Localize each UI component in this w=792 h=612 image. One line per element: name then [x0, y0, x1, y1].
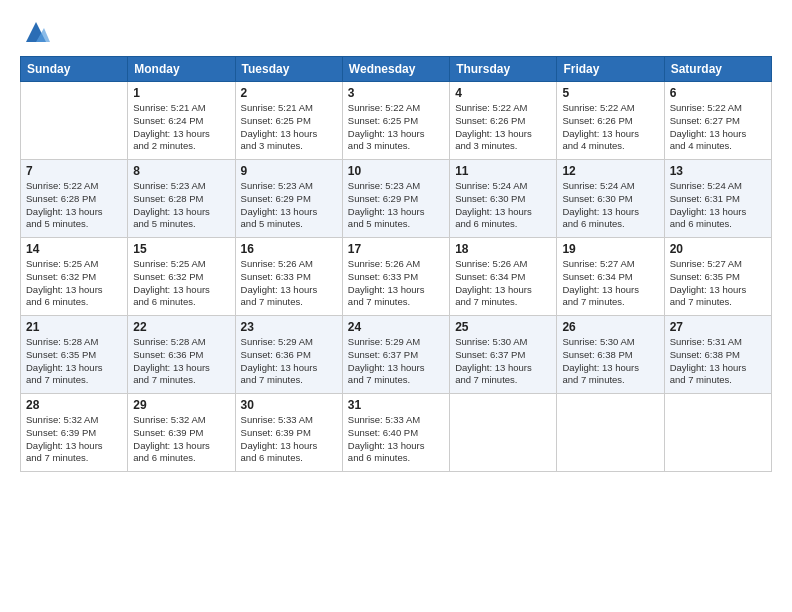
calendar-cell: 30Sunrise: 5:33 AM Sunset: 6:39 PM Dayli…: [235, 394, 342, 472]
calendar-cell: 9Sunrise: 5:23 AM Sunset: 6:29 PM Daylig…: [235, 160, 342, 238]
week-row-2: 7Sunrise: 5:22 AM Sunset: 6:28 PM Daylig…: [21, 160, 772, 238]
calendar-cell: 4Sunrise: 5:22 AM Sunset: 6:26 PM Daylig…: [450, 82, 557, 160]
calendar-cell: 3Sunrise: 5:22 AM Sunset: 6:25 PM Daylig…: [342, 82, 449, 160]
calendar-cell: 31Sunrise: 5:33 AM Sunset: 6:40 PM Dayli…: [342, 394, 449, 472]
cell-day-number: 30: [241, 398, 337, 412]
week-row-3: 14Sunrise: 5:25 AM Sunset: 6:32 PM Dayli…: [21, 238, 772, 316]
cell-info: Sunrise: 5:29 AM Sunset: 6:36 PM Dayligh…: [241, 336, 337, 387]
calendar-cell: 14Sunrise: 5:25 AM Sunset: 6:32 PM Dayli…: [21, 238, 128, 316]
cell-day-number: 11: [455, 164, 551, 178]
cell-day-number: 20: [670, 242, 766, 256]
day-header-wednesday: Wednesday: [342, 57, 449, 82]
calendar-cell: [557, 394, 664, 472]
week-row-5: 28Sunrise: 5:32 AM Sunset: 6:39 PM Dayli…: [21, 394, 772, 472]
cell-info: Sunrise: 5:23 AM Sunset: 6:29 PM Dayligh…: [241, 180, 337, 231]
cell-info: Sunrise: 5:30 AM Sunset: 6:38 PM Dayligh…: [562, 336, 658, 387]
cell-day-number: 10: [348, 164, 444, 178]
calendar-cell: 11Sunrise: 5:24 AM Sunset: 6:30 PM Dayli…: [450, 160, 557, 238]
calendar-cell: 16Sunrise: 5:26 AM Sunset: 6:33 PM Dayli…: [235, 238, 342, 316]
calendar-table: SundayMondayTuesdayWednesdayThursdayFrid…: [20, 56, 772, 472]
cell-day-number: 15: [133, 242, 229, 256]
day-header-sunday: Sunday: [21, 57, 128, 82]
calendar-cell: 29Sunrise: 5:32 AM Sunset: 6:39 PM Dayli…: [128, 394, 235, 472]
cell-info: Sunrise: 5:24 AM Sunset: 6:31 PM Dayligh…: [670, 180, 766, 231]
cell-info: Sunrise: 5:33 AM Sunset: 6:39 PM Dayligh…: [241, 414, 337, 465]
cell-info: Sunrise: 5:28 AM Sunset: 6:36 PM Dayligh…: [133, 336, 229, 387]
cell-day-number: 17: [348, 242, 444, 256]
cell-day-number: 25: [455, 320, 551, 334]
cell-info: Sunrise: 5:26 AM Sunset: 6:33 PM Dayligh…: [241, 258, 337, 309]
cell-info: Sunrise: 5:31 AM Sunset: 6:38 PM Dayligh…: [670, 336, 766, 387]
calendar-cell: [664, 394, 771, 472]
cell-day-number: 22: [133, 320, 229, 334]
cell-info: Sunrise: 5:21 AM Sunset: 6:25 PM Dayligh…: [241, 102, 337, 153]
calendar-cell: 8Sunrise: 5:23 AM Sunset: 6:28 PM Daylig…: [128, 160, 235, 238]
calendar-cell: 23Sunrise: 5:29 AM Sunset: 6:36 PM Dayli…: [235, 316, 342, 394]
calendar-cell: 12Sunrise: 5:24 AM Sunset: 6:30 PM Dayli…: [557, 160, 664, 238]
calendar-cell: 17Sunrise: 5:26 AM Sunset: 6:33 PM Dayli…: [342, 238, 449, 316]
cell-day-number: 4: [455, 86, 551, 100]
logo-icon: [22, 18, 50, 46]
cell-day-number: 16: [241, 242, 337, 256]
cell-info: Sunrise: 5:22 AM Sunset: 6:28 PM Dayligh…: [26, 180, 122, 231]
calendar-cell: 28Sunrise: 5:32 AM Sunset: 6:39 PM Dayli…: [21, 394, 128, 472]
calendar-cell: [450, 394, 557, 472]
cell-info: Sunrise: 5:28 AM Sunset: 6:35 PM Dayligh…: [26, 336, 122, 387]
day-header-saturday: Saturday: [664, 57, 771, 82]
cell-info: Sunrise: 5:32 AM Sunset: 6:39 PM Dayligh…: [133, 414, 229, 465]
cell-day-number: 28: [26, 398, 122, 412]
calendar-cell: 15Sunrise: 5:25 AM Sunset: 6:32 PM Dayli…: [128, 238, 235, 316]
cell-info: Sunrise: 5:25 AM Sunset: 6:32 PM Dayligh…: [133, 258, 229, 309]
cell-info: Sunrise: 5:22 AM Sunset: 6:26 PM Dayligh…: [455, 102, 551, 153]
cell-info: Sunrise: 5:23 AM Sunset: 6:28 PM Dayligh…: [133, 180, 229, 231]
cell-info: Sunrise: 5:24 AM Sunset: 6:30 PM Dayligh…: [562, 180, 658, 231]
week-row-1: 1Sunrise: 5:21 AM Sunset: 6:24 PM Daylig…: [21, 82, 772, 160]
cell-day-number: 19: [562, 242, 658, 256]
calendar-cell: 20Sunrise: 5:27 AM Sunset: 6:35 PM Dayli…: [664, 238, 771, 316]
cell-info: Sunrise: 5:22 AM Sunset: 6:27 PM Dayligh…: [670, 102, 766, 153]
calendar-cell: 25Sunrise: 5:30 AM Sunset: 6:37 PM Dayli…: [450, 316, 557, 394]
cell-info: Sunrise: 5:21 AM Sunset: 6:24 PM Dayligh…: [133, 102, 229, 153]
cell-day-number: 6: [670, 86, 766, 100]
day-header-monday: Monday: [128, 57, 235, 82]
calendar-cell: 19Sunrise: 5:27 AM Sunset: 6:34 PM Dayli…: [557, 238, 664, 316]
calendar-cell: 2Sunrise: 5:21 AM Sunset: 6:25 PM Daylig…: [235, 82, 342, 160]
cell-info: Sunrise: 5:22 AM Sunset: 6:26 PM Dayligh…: [562, 102, 658, 153]
cell-info: Sunrise: 5:29 AM Sunset: 6:37 PM Dayligh…: [348, 336, 444, 387]
calendar-cell: 26Sunrise: 5:30 AM Sunset: 6:38 PM Dayli…: [557, 316, 664, 394]
calendar-cell: 21Sunrise: 5:28 AM Sunset: 6:35 PM Dayli…: [21, 316, 128, 394]
cell-day-number: 8: [133, 164, 229, 178]
cell-day-number: 3: [348, 86, 444, 100]
cell-info: Sunrise: 5:32 AM Sunset: 6:39 PM Dayligh…: [26, 414, 122, 465]
cell-day-number: 27: [670, 320, 766, 334]
cell-day-number: 18: [455, 242, 551, 256]
day-header-friday: Friday: [557, 57, 664, 82]
cell-info: Sunrise: 5:23 AM Sunset: 6:29 PM Dayligh…: [348, 180, 444, 231]
header-row: SundayMondayTuesdayWednesdayThursdayFrid…: [21, 57, 772, 82]
cell-info: Sunrise: 5:33 AM Sunset: 6:40 PM Dayligh…: [348, 414, 444, 465]
cell-day-number: 1: [133, 86, 229, 100]
week-row-4: 21Sunrise: 5:28 AM Sunset: 6:35 PM Dayli…: [21, 316, 772, 394]
calendar-cell: 1Sunrise: 5:21 AM Sunset: 6:24 PM Daylig…: [128, 82, 235, 160]
cell-day-number: 31: [348, 398, 444, 412]
logo: [20, 18, 50, 46]
calendar-cell: 18Sunrise: 5:26 AM Sunset: 6:34 PM Dayli…: [450, 238, 557, 316]
cell-info: Sunrise: 5:25 AM Sunset: 6:32 PM Dayligh…: [26, 258, 122, 309]
calendar-cell: [21, 82, 128, 160]
cell-info: Sunrise: 5:24 AM Sunset: 6:30 PM Dayligh…: [455, 180, 551, 231]
cell-day-number: 2: [241, 86, 337, 100]
page: SundayMondayTuesdayWednesdayThursdayFrid…: [0, 0, 792, 612]
day-header-tuesday: Tuesday: [235, 57, 342, 82]
header: [20, 18, 772, 46]
cell-day-number: 21: [26, 320, 122, 334]
calendar-cell: 6Sunrise: 5:22 AM Sunset: 6:27 PM Daylig…: [664, 82, 771, 160]
cell-info: Sunrise: 5:22 AM Sunset: 6:25 PM Dayligh…: [348, 102, 444, 153]
calendar-cell: 27Sunrise: 5:31 AM Sunset: 6:38 PM Dayli…: [664, 316, 771, 394]
cell-day-number: 23: [241, 320, 337, 334]
cell-day-number: 29: [133, 398, 229, 412]
cell-info: Sunrise: 5:30 AM Sunset: 6:37 PM Dayligh…: [455, 336, 551, 387]
calendar-cell: 13Sunrise: 5:24 AM Sunset: 6:31 PM Dayli…: [664, 160, 771, 238]
calendar-cell: 10Sunrise: 5:23 AM Sunset: 6:29 PM Dayli…: [342, 160, 449, 238]
cell-info: Sunrise: 5:27 AM Sunset: 6:35 PM Dayligh…: [670, 258, 766, 309]
cell-day-number: 13: [670, 164, 766, 178]
